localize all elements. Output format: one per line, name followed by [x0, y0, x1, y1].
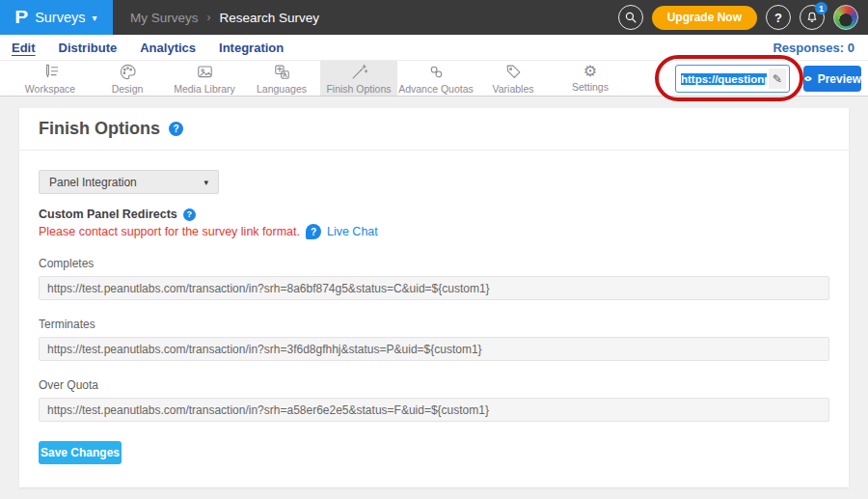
toolbar-item-label: Languages	[257, 83, 307, 95]
toolbar-item-label: Advance Quotas	[398, 83, 474, 95]
product-switcher[interactable]: P Surveys ▾	[0, 0, 113, 35]
toolbar-item-label: Variables	[493, 83, 534, 95]
upgrade-now-button[interactable]: Upgrade Now	[652, 6, 757, 30]
card-content: Panel Integration ▾ Custom Panel Redirec…	[19, 151, 849, 487]
breadcrumb-current-survey: Research Survey	[220, 11, 320, 25]
section-help-icon[interactable]: ?	[183, 208, 196, 221]
edit-toolbar: Workspace Design Media Library Languages…	[0, 60, 868, 97]
question-mark-icon: ?	[774, 11, 782, 25]
product-name: Surveys	[35, 10, 85, 25]
workspace-icon	[41, 63, 60, 81]
toolbar-item-workspace[interactable]: Workspace	[12, 61, 89, 96]
completes-label: Completes	[39, 257, 829, 270]
chevron-down-icon: ▾	[93, 13, 97, 23]
finish-options-help-icon[interactable]: ?	[169, 122, 183, 136]
page-body: Finish Options ? Panel Integration ▾ Cus…	[0, 97, 868, 499]
toolbar-item-variables[interactable]: Variables	[475, 61, 552, 96]
search-button[interactable]	[618, 5, 643, 30]
over-quota-field-group: Over Quota	[39, 378, 829, 422]
toolbar-item-settings[interactable]: ⚙ Settings	[552, 61, 629, 96]
terminates-url-input[interactable]	[39, 337, 829, 361]
finish-options-card: Finish Options ? Panel Integration ▾ Cus…	[19, 108, 849, 487]
chain-links-icon	[427, 63, 446, 81]
terminates-label: Terminates	[39, 318, 829, 331]
palette-icon	[119, 63, 137, 81]
completes-field-group: Completes	[39, 257, 829, 300]
live-chat-icon[interactable]: ?	[306, 224, 321, 239]
toolbar-item-advance-quotas[interactable]: Advance Quotas	[397, 61, 475, 96]
topbar-actions: Upgrade Now ? 1	[618, 5, 868, 30]
dropdown-selected-value: Panel Integration	[49, 176, 137, 189]
user-avatar[interactable]	[833, 5, 858, 30]
eye-icon	[803, 73, 813, 84]
translate-icon	[273, 63, 291, 81]
save-changes-button[interactable]: Save Changes	[39, 441, 122, 464]
notifications-button[interactable]: 1	[800, 5, 825, 30]
toolbar-item-label: Settings	[572, 81, 609, 93]
top-bar: P Surveys ▾ My Surveys › Research Survey…	[0, 0, 868, 35]
magic-wand-icon	[350, 63, 368, 81]
gear-icon: ⚙	[583, 64, 597, 79]
terminates-field-group: Terminates	[39, 318, 829, 361]
toolbar-item-finish-options[interactable]: Finish Options	[320, 61, 397, 96]
survey-url-input[interactable]: https://questionpro.com/t/A ✎	[675, 65, 790, 93]
notification-badge: 1	[815, 2, 827, 14]
over-quota-url-input[interactable]	[39, 398, 829, 422]
preview-label: Preview	[818, 72, 861, 86]
toolbar-item-label: Media Library	[174, 83, 235, 95]
toolbar-item-design[interactable]: Design	[89, 61, 166, 96]
tab-integration[interactable]: Integration	[219, 41, 284, 55]
toolbar-item-languages[interactable]: Languages	[243, 61, 320, 96]
responses-count: Responses: 0	[773, 41, 854, 55]
over-quota-label: Over Quota	[39, 378, 829, 392]
image-icon	[196, 63, 214, 81]
survey-url-selected-text: https://questionpro.com/t/A	[681, 73, 767, 85]
toolbar-item-media-library[interactable]: Media Library	[166, 61, 243, 96]
tab-edit[interactable]: Edit	[12, 41, 36, 55]
custom-panel-redirects-heading: Custom Panel Redirects ?	[39, 208, 829, 221]
tag-icon	[504, 63, 523, 81]
survey-nav-tabs: Edit Distribute Analytics Integration Re…	[0, 35, 868, 60]
live-chat-link[interactable]: Live Chat	[327, 225, 378, 238]
questionpro-logo-icon: P	[15, 7, 29, 28]
toolbar-item-label: Workspace	[25, 83, 75, 95]
tab-analytics[interactable]: Analytics	[140, 41, 196, 55]
tab-distribute[interactable]: Distribute	[59, 41, 118, 55]
chevron-down-icon: ▾	[203, 178, 208, 187]
preview-button[interactable]: Preview	[803, 66, 861, 92]
section-label-text: Custom Panel Redirects	[39, 208, 177, 221]
breadcrumb-separator-icon: ›	[207, 11, 211, 24]
toolbar-item-label: Finish Options	[326, 83, 391, 95]
support-note-text: Please contact support for the survey li…	[39, 225, 300, 238]
search-icon	[624, 11, 637, 24]
breadcrumb-my-surveys[interactable]: My Surveys	[130, 11, 199, 25]
edit-url-button[interactable]: ✎	[769, 69, 786, 89]
completes-url-input[interactable]	[39, 276, 829, 300]
support-note: Please contact support for the survey li…	[39, 224, 829, 239]
breadcrumb: My Surveys › Research Survey	[130, 11, 319, 25]
help-button[interactable]: ?	[766, 5, 791, 30]
page-title: Finish Options	[39, 119, 160, 139]
toolbar-item-label: Design	[112, 83, 144, 95]
card-header: Finish Options ?	[19, 108, 849, 151]
pencil-icon: ✎	[773, 72, 782, 86]
panel-integration-dropdown[interactable]: Panel Integration ▾	[39, 170, 219, 194]
